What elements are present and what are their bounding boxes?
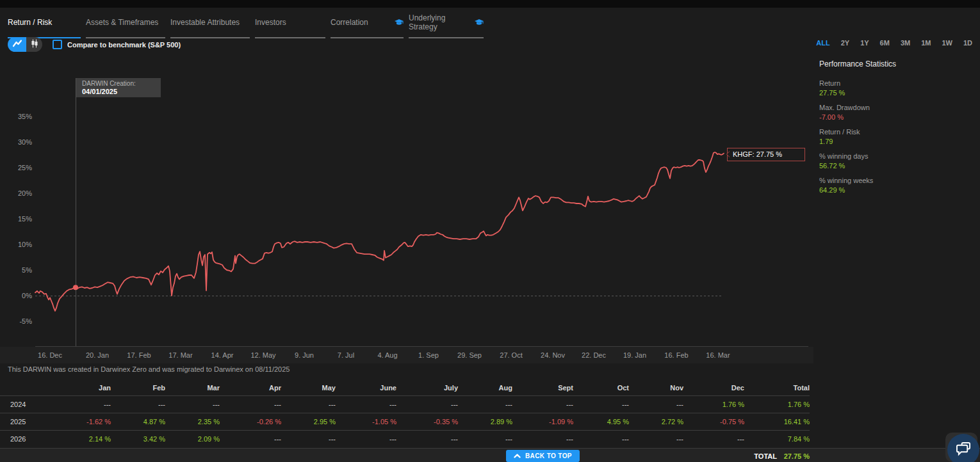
range-6m[interactable]: 6M: [880, 39, 890, 47]
performance-line: [35, 152, 724, 311]
tab-label: Correlation: [331, 18, 368, 27]
tab-label: Assets & Timeframes: [86, 18, 158, 27]
tab-correlation[interactable]: Correlation: [331, 13, 404, 38]
cell-2025-jan: -1.62 %: [52, 418, 111, 426]
cell-2025-mar: 2.35 %: [161, 418, 220, 426]
cell-2025-july: -0.35 %: [399, 418, 458, 426]
y-axis-label: -5%: [0, 317, 32, 325]
tab-underlying-strategy[interactable]: Underlying Strategy: [409, 13, 484, 38]
cell-2024-dec: 1.76 %: [685, 401, 744, 408]
series-tooltip: KHGF: 27.75 %: [727, 148, 805, 161]
cell-2026-sept: ---: [514, 435, 573, 443]
range-2y[interactable]: 2Y: [841, 39, 849, 47]
table-header-row: JanFebMarAprMayJuneJulyAugSeptOctNovDecT…: [0, 380, 810, 395]
back-to-top-label: BACK TO TOP: [525, 452, 572, 459]
x-axis-label: 16. Feb: [656, 351, 697, 359]
x-axis-label: 22. Dec: [573, 351, 614, 359]
total-label: TOTAL: [754, 452, 777, 460]
column-header-apr: Apr: [222, 384, 281, 392]
chat-bubbles-icon: [956, 442, 972, 459]
stat-value: 27.75 %: [819, 88, 976, 98]
column-header-aug: Aug: [453, 384, 512, 392]
chat-button[interactable]: [947, 434, 979, 462]
tab-investors[interactable]: Investors: [255, 13, 325, 38]
darwin-detail-page: Return / RiskAssets & TimeframesInvestab…: [0, 0, 980, 462]
cell-2024-jan: ---: [52, 401, 111, 408]
total-value: 27.75 %: [784, 452, 810, 460]
column-header-may: May: [277, 384, 336, 392]
x-axis-label: 9. Jun: [284, 351, 325, 359]
cell-2025-apr: -0.26 %: [222, 418, 281, 426]
benchmark-checkbox[interactable]: [53, 40, 62, 49]
x-axis-label: 17. Feb: [118, 351, 159, 359]
range-all[interactable]: ALL: [816, 39, 829, 47]
column-header-oct: Oct: [570, 384, 629, 392]
year-label: 2026: [10, 435, 49, 443]
stat-label: Return: [819, 79, 976, 88]
cell-2026-feb: 3.42 %: [106, 435, 165, 443]
cell-2025-nov: 2.72 %: [625, 418, 683, 426]
tab-bar: Return / RiskAssets & TimeframesInvestab…: [8, 13, 484, 38]
time-range-selector: ALL2Y1Y6M3M1M1W1D: [816, 39, 972, 47]
cell-2025-may: 2.95 %: [277, 418, 336, 426]
tab-label: Return / Risk: [8, 18, 52, 27]
range-1y[interactable]: 1Y: [860, 39, 869, 47]
range-1m[interactable]: 1M: [921, 39, 931, 47]
benchmark-label: Compare to benchmark (S&P 500): [67, 41, 181, 49]
cell-2024-nov: ---: [625, 401, 683, 408]
stat-label: % winning weeks: [819, 176, 976, 186]
stat-label: Max. Drawdown: [819, 103, 976, 113]
x-axis-label: 1. Sep: [408, 351, 449, 359]
candlestick-chart-toggle-button[interactable]: [26, 37, 42, 52]
stat-winning-days: % winning days56.72 %: [819, 152, 976, 171]
range-3m[interactable]: 3M: [901, 39, 910, 47]
stat-value: 1.79: [819, 137, 976, 147]
cell-2025-total: 16.41 %: [751, 418, 810, 426]
chart-type-toggle: [8, 37, 42, 52]
stat-value: 56.72 %: [819, 161, 976, 171]
x-axis-label: 14. Apr: [202, 351, 243, 359]
x-axis-label: 19. Jan: [614, 351, 655, 359]
graduation-cap-icon: [475, 19, 484, 26]
back-to-top-button[interactable]: BACK TO TOP: [506, 450, 580, 462]
y-axis-label: 30%: [0, 138, 32, 146]
range-1d[interactable]: 1D: [963, 39, 972, 47]
annotation-date: 04/01/2025: [82, 88, 161, 96]
tab-investable-attributes[interactable]: Investable Attributes: [170, 13, 250, 38]
tab-assets-timeframes[interactable]: Assets & Timeframes: [86, 13, 165, 38]
cell-2024-sept: ---: [514, 401, 573, 408]
y-axis-label: 10%: [0, 241, 32, 248]
cell-2024-july: ---: [399, 401, 458, 408]
column-header-july: July: [399, 384, 458, 392]
cell-2025-feb: 4.87 %: [106, 418, 165, 426]
cell-2024-mar: ---: [161, 401, 220, 408]
y-axis-label: 15%: [0, 215, 32, 223]
cell-2026-nov: ---: [625, 435, 683, 443]
x-axis-label: 16. Mar: [698, 351, 739, 359]
darwin-creation-annotation: DARWIN Creation: 04/01/2025: [76, 78, 161, 97]
y-axis-label: 35%: [0, 113, 32, 120]
stat-label: Return / Risk: [819, 127, 976, 137]
range-1w[interactable]: 1W: [942, 39, 952, 47]
tab-return-risk[interactable]: Return / Risk: [8, 13, 81, 38]
column-header-jan: Jan: [52, 384, 111, 392]
x-axis-label: 16. Dec: [29, 351, 70, 359]
tab-label: Investable Attributes: [170, 18, 240, 27]
chevron-up-icon: [514, 454, 521, 458]
y-axis-label: 5%: [0, 266, 32, 274]
x-axis-label: 12. May: [243, 351, 284, 359]
stat-value: 64.29 %: [819, 186, 976, 195]
table-row-2025: 2025-1.62 %4.87 %2.35 %-0.26 %2.95 %-1.0…: [0, 413, 810, 430]
y-axis-label: 25%: [0, 164, 32, 171]
cell-2024-may: ---: [277, 401, 336, 408]
cell-2026-apr: ---: [222, 435, 281, 443]
annotation-label: DARWIN Creation:: [82, 80, 161, 88]
graduation-cap-icon: [395, 19, 404, 26]
cell-2026-july: ---: [399, 435, 458, 443]
cell-2024-june: ---: [338, 401, 396, 408]
line-chart-toggle-button[interactable]: [8, 37, 26, 52]
cell-2026-dec: ---: [685, 435, 744, 443]
cell-2026-aug: ---: [453, 435, 512, 443]
stat-winning-weeks: % winning weeks64.29 %: [819, 176, 976, 195]
column-header-june: June: [338, 384, 396, 392]
